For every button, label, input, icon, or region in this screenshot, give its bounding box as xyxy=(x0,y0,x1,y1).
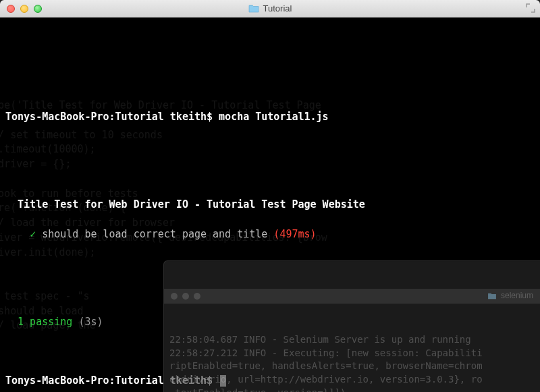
prompt-host: Tonys-MacBook-Pro:Tutorial tkeith$ xyxy=(5,111,213,123)
bg-close-button xyxy=(171,293,178,300)
prompt-line-1: Tonys-MacBook-Pro:Tutorial tkeith$ mocha… xyxy=(5,110,535,125)
zoom-button[interactable] xyxy=(34,5,42,13)
bg-window-log: 22:58:04.687 INFO - Selenium Server is u… xyxy=(164,331,540,392)
bg-window-titlebar: selenium xyxy=(164,289,540,304)
minimize-button[interactable] xyxy=(20,5,28,13)
background-window: selenium 22:58:04.687 INFO - Selenium Se… xyxy=(163,260,540,392)
terminal-body[interactable]: cribe('Title Test for Web Driver IO - Tu… xyxy=(0,18,540,392)
folder-icon xyxy=(487,292,497,300)
bg-traffic-lights xyxy=(171,293,200,300)
test-name: should be load correct page and title xyxy=(42,228,267,240)
bg-minimize-button xyxy=(182,293,189,300)
close-button[interactable] xyxy=(7,5,15,13)
window-title-text: Tutorial xyxy=(263,3,292,13)
test-suite-title: Title Test for Web Driver IO - Tutorial … xyxy=(18,198,365,211)
window-titlebar[interactable]: Tutorial xyxy=(0,0,540,18)
fullscreen-icon[interactable] xyxy=(525,3,536,13)
blank-line xyxy=(5,139,535,154)
test-duration: (497ms) xyxy=(273,228,316,240)
bg-window-title: selenium xyxy=(501,290,533,302)
test-suite-line: Title Test for Web Driver IO - Tutorial … xyxy=(5,198,535,213)
test-result-line: ✓ should be load correct page and title … xyxy=(5,227,535,242)
folder-icon xyxy=(248,4,259,13)
passing-time: (3s) xyxy=(78,316,103,328)
command-text: mocha Tutorial1.js xyxy=(219,111,329,123)
check-icon: ✓ xyxy=(30,228,36,240)
terminal-window: Tutorial cribe('Title Test for Web Drive… xyxy=(0,0,540,392)
traffic-lights xyxy=(0,5,42,13)
window-title: Tutorial xyxy=(0,3,540,13)
blank-line xyxy=(5,169,535,184)
bg-zoom-button xyxy=(194,293,200,300)
passing-count: 1 passing xyxy=(18,316,72,328)
